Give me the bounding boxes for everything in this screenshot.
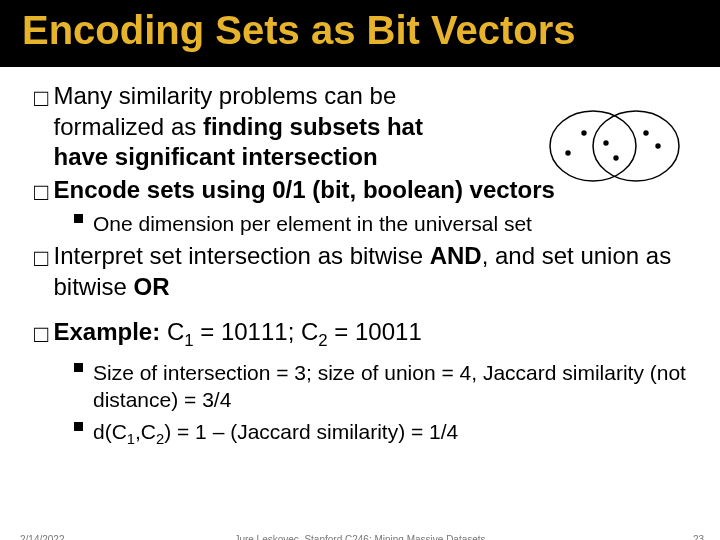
footer-source: Jure Leskovec, Stanford C246: Mining Mas… [0, 534, 720, 540]
subbullet-3: d(C1,C2) = 1 – (Jaccard similarity) = 1/… [74, 418, 686, 449]
subbullet-1: One dimension per element in the univers… [74, 210, 686, 237]
slide-title: Encoding Sets as Bit Vectors [22, 8, 698, 53]
square-bullet-icon [74, 214, 83, 241]
bullet-4: □ Example: C1 = 10111; C2 = 10011 [34, 317, 686, 351]
subbullet-3-text: d(C1,C2) = 1 – (Jaccard similarity) = 1/… [93, 418, 686, 449]
bullet-1-text: Many similarity problems can be formaliz… [54, 81, 444, 173]
bullet-box-icon: □ [34, 319, 49, 353]
bullet-4-text: Example: C1 = 10111; C2 = 10011 [54, 317, 687, 351]
bullet-3-text: Interpret set intersection as bitwise AN… [54, 241, 687, 302]
bullet-box-icon: □ [34, 83, 49, 175]
bullet-3: □ Interpret set intersection as bitwise … [34, 241, 686, 302]
slide: Encoding Sets as Bit Vectors □ Many simi… [0, 0, 720, 540]
svg-point-2 [565, 150, 570, 155]
svg-point-5 [613, 155, 618, 160]
bullet-box-icon: □ [34, 177, 49, 208]
bullet-box-icon: □ [34, 243, 49, 304]
svg-point-7 [655, 143, 660, 148]
subbullet-1-text: One dimension per element in the univers… [93, 210, 686, 237]
square-bullet-icon [74, 422, 83, 453]
title-bar: Encoding Sets as Bit Vectors [0, 0, 720, 67]
svg-point-4 [603, 140, 608, 145]
svg-point-6 [643, 130, 648, 135]
subbullet-2-text: Size of intersection = 3; size of union … [93, 359, 686, 414]
subbullet-2: Size of intersection = 3; size of union … [74, 359, 686, 414]
footer-page: 23 [693, 534, 704, 540]
venn-diagram-icon [538, 98, 688, 193]
svg-point-3 [581, 130, 586, 135]
square-bullet-icon [74, 363, 83, 418]
